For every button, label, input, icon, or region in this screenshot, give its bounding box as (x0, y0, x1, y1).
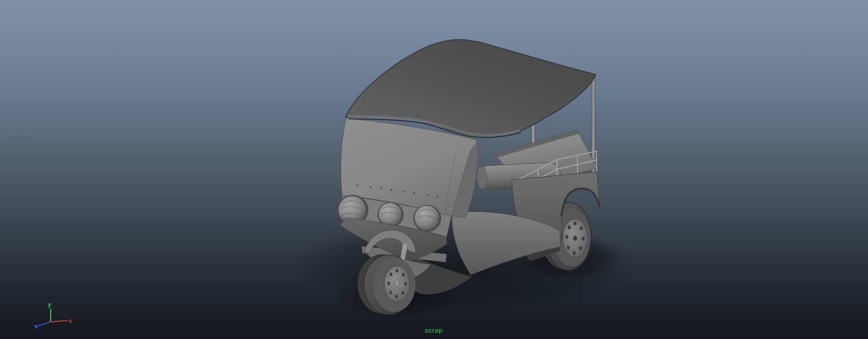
3d-viewport[interactable]: y x scrap (0, 0, 868, 339)
gizmo-x-label: x (69, 317, 72, 324)
gizmo-z-arrow-icon (33, 325, 38, 329)
axis-gizmo: y x (33, 301, 72, 329)
gizmo-y-label: y (48, 301, 52, 308)
gizmo-z-axis (38, 322, 51, 326)
tuktuk-model: y x (0, 0, 868, 339)
front-wheel (358, 254, 415, 315)
gizmo-x-axis (51, 320, 68, 322)
camera-name-label: scrap (425, 327, 443, 334)
